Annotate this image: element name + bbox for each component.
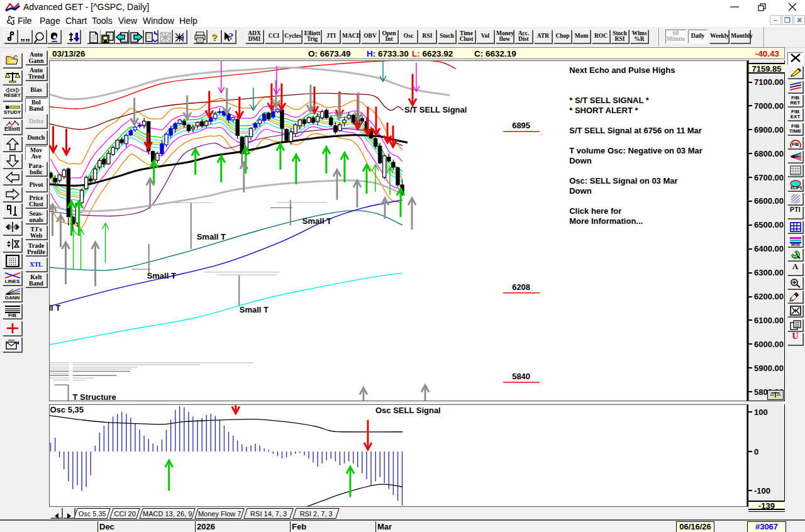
svg-text:Small T: Small T bbox=[303, 216, 331, 226]
svg-text:More Information...: More Information... bbox=[569, 216, 643, 226]
svg-text:FIB: FIB bbox=[792, 142, 799, 147]
svg-text:T volume Osc: Negative on 03 M: T volume Osc: Negative on 03 Mar bbox=[569, 146, 702, 155]
svg-text:T Structure: T Structure bbox=[73, 392, 116, 401]
svg-text:Small T: Small T bbox=[197, 232, 226, 241]
svg-text:6895: 6895 bbox=[512, 121, 530, 130]
svg-text:* S/T SELL SIGNAL *: * S/T SELL SIGNAL * bbox=[569, 96, 650, 105]
svg-text:Small T: Small T bbox=[240, 305, 269, 314]
svg-text:Osc SELL Signal: Osc SELL Signal bbox=[375, 406, 441, 415]
svg-text:Osc 5,35: Osc 5,35 bbox=[50, 405, 84, 414]
svg-text:ELIPS: ELIPS bbox=[791, 186, 802, 190]
svg-text:?: ? bbox=[229, 32, 233, 42]
svg-text:6208: 6208 bbox=[512, 282, 530, 292]
svg-text:5840: 5840 bbox=[512, 372, 530, 381]
svg-text:Next Echo and Pulse Highs: Next Echo and Pulse Highs bbox=[569, 65, 675, 75]
svg-text:* SHORT ALERT *: * SHORT ALERT * bbox=[569, 106, 638, 115]
svg-text:Down: Down bbox=[569, 156, 591, 165]
svg-text:MOB: MOB bbox=[791, 243, 801, 246]
svg-text:ll T: ll T bbox=[49, 303, 60, 313]
svg-text:S/T SELL Signal at 6756 on 11: S/T SELL Signal at 6756 on 11 Mar bbox=[569, 126, 702, 135]
svg-text:Osc: SELL Signal on 03 Mar: Osc: SELL Signal on 03 Mar bbox=[569, 176, 677, 186]
svg-text:S/T SELL Signal: S/T SELL Signal bbox=[404, 105, 467, 114]
svg-text:Click here for: Click here for bbox=[569, 206, 621, 216]
svg-text:Small T: Small T bbox=[147, 271, 176, 280]
svg-text:Down: Down bbox=[569, 186, 591, 196]
